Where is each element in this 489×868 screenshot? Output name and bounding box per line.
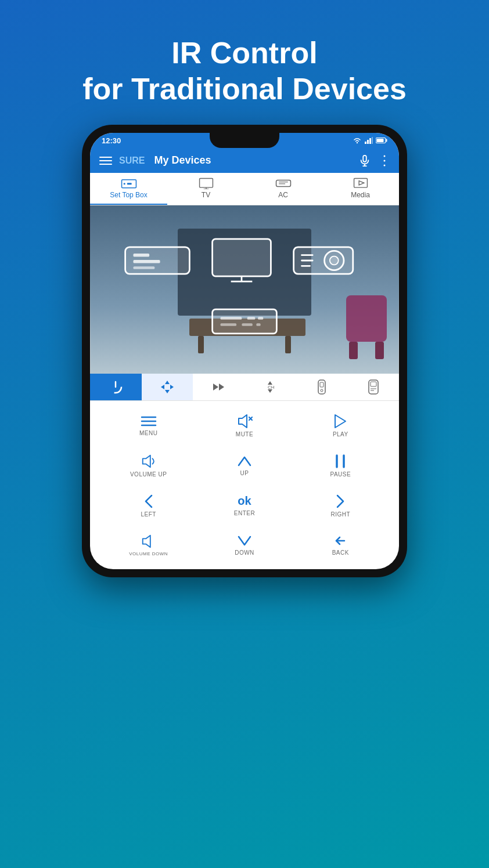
svg-marker-58 [170, 385, 174, 389]
svg-rect-66 [320, 382, 323, 387]
scene-monitor-icon[interactable] [210, 237, 274, 284]
pause-button[interactable]: PAUSE [294, 447, 387, 484]
svg-rect-46 [213, 309, 277, 334]
svg-rect-35 [133, 260, 160, 263]
mute-button[interactable]: MUTE [197, 407, 291, 444]
svg-marker-75 [239, 415, 247, 428]
play-button[interactable]: PLAY [294, 407, 387, 444]
mute-label: MUTE [236, 431, 253, 437]
menu-label: MENU [139, 430, 157, 436]
wifi-icon [353, 137, 362, 144]
right-button[interactable]: RIGHT [294, 487, 387, 525]
remote2-icon [366, 379, 381, 395]
tab-tv[interactable]: TV [167, 173, 245, 205]
svg-rect-48 [247, 317, 256, 320]
svg-rect-6 [386, 139, 387, 142]
page-header: IR Control for Traditional Devices [59, 0, 430, 125]
dpad-tab[interactable] [142, 374, 193, 400]
svg-marker-24 [359, 180, 364, 185]
svg-marker-55 [165, 381, 170, 384]
control-grid: MENU MUTE PLAY [90, 401, 399, 569]
tab-ac[interactable]: AC [245, 173, 322, 205]
svg-rect-49 [258, 317, 263, 320]
down-button[interactable]: DOWN [197, 527, 291, 563]
volume-down-button[interactable]: VOLUME DOWN [102, 527, 195, 563]
svg-marker-61 [219, 384, 224, 390]
svg-rect-20 [276, 180, 290, 186]
ok-label: ok [238, 494, 251, 508]
up-label: UP [240, 470, 249, 476]
svg-text:CH: CH [268, 385, 275, 390]
power-icon [108, 379, 123, 395]
set-top-box-icon [121, 178, 137, 189]
svg-rect-3 [369, 138, 371, 144]
remote2-tab[interactable] [347, 374, 399, 400]
channel-icon: CH [263, 379, 278, 395]
down-label: DOWN [235, 549, 254, 556]
svg-point-15 [123, 183, 125, 185]
status-icons [353, 137, 387, 144]
tv-icon [198, 178, 214, 189]
svg-rect-1 [365, 142, 366, 144]
function-tabs: CH [90, 374, 399, 401]
scene-projector-icon[interactable] [291, 237, 366, 284]
ac-icon [275, 178, 292, 189]
back-button[interactable]: BACK [294, 527, 387, 563]
svg-marker-82 [142, 536, 150, 548]
channel-tab[interactable]: CH [245, 374, 296, 400]
dpad-icon [160, 379, 175, 395]
scene-area [90, 205, 399, 374]
hamburger-menu[interactable] [99, 157, 112, 165]
svg-rect-2 [367, 140, 369, 144]
up-button[interactable]: UP [197, 447, 291, 484]
svg-point-42 [330, 256, 339, 265]
remote1-tab[interactable] [296, 374, 348, 400]
right-label: RIGHT [331, 511, 351, 518]
play-label: PLAY [333, 431, 348, 437]
svg-marker-78 [335, 415, 346, 428]
scene-receiver-icon[interactable] [210, 301, 279, 342]
back-label: BACK [332, 549, 349, 556]
left-label: LEFT [141, 511, 156, 518]
svg-marker-57 [161, 385, 164, 389]
tab-tv-label: TV [202, 191, 210, 199]
svg-rect-50 [220, 323, 236, 326]
header-line1: IR Control [82, 35, 407, 71]
ok-button[interactable]: ok ENTER [197, 487, 291, 525]
app-bar: SURE My Devices [90, 149, 399, 173]
volume-up-button[interactable]: VOLUME UP [102, 447, 195, 484]
menu-icon [141, 415, 157, 428]
right-icon [334, 494, 347, 509]
volume-up-icon [141, 454, 157, 469]
pause-icon [334, 454, 347, 469]
volume-down-icon [141, 534, 157, 549]
svg-rect-4 [372, 137, 373, 144]
left-button[interactable]: LEFT [102, 487, 195, 525]
volume-down-label: VOLUME DOWN [129, 551, 168, 556]
svg-rect-31 [349, 342, 358, 359]
svg-rect-68 [369, 380, 378, 394]
menu-button[interactable]: MENU [102, 407, 195, 444]
svg-rect-34 [133, 254, 149, 257]
svg-rect-7 [377, 139, 384, 142]
media-icon [353, 178, 369, 189]
signal-icon [365, 137, 373, 144]
status-time: 12:30 [102, 136, 121, 145]
app-bar-icons [358, 154, 390, 167]
play-icon [333, 414, 347, 429]
enter-label: ENTER [234, 510, 255, 516]
more-options-icon[interactable] [379, 154, 390, 167]
tab-set-top-box[interactable]: Set Top Box [90, 173, 167, 205]
scene-set-top-box-icon[interactable] [123, 240, 192, 281]
pause-label: PAUSE [330, 471, 351, 478]
svg-point-0 [357, 142, 358, 143]
svg-rect-16 [127, 183, 131, 185]
tab-media-label: Media [351, 191, 370, 199]
microphone-icon[interactable] [358, 154, 371, 167]
remote1-icon [314, 379, 329, 395]
fastforward-tab[interactable] [193, 374, 245, 400]
tab-media[interactable]: Media [322, 173, 399, 205]
power-tab[interactable] [90, 374, 142, 400]
svg-rect-8 [363, 155, 366, 162]
svg-rect-51 [242, 323, 252, 326]
